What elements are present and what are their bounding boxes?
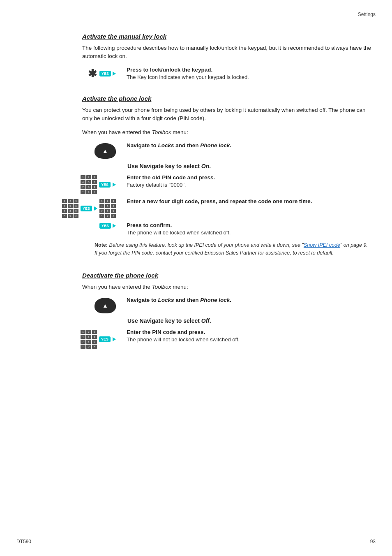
yes-arrow-icon [113, 72, 116, 76]
step-key-lock-sub: The Key icon indicates when your keypad … [127, 74, 249, 80]
key-yes-icon: ✱ YES [82, 67, 119, 80]
section-activate-phone-lock: Activate the phone lock You can protect … [82, 95, 371, 257]
note-link[interactable]: Show IPEI code [304, 242, 340, 248]
section-title-manual-key-lock: Activate the manual key lock [82, 33, 371, 40]
keypad-yes-icon: 123 456 789 *0# YES [82, 174, 119, 194]
step-enter-old-pin-text: Enter the old PIN code and press. Factor… [127, 174, 371, 188]
section-deactivate-phone-lock: Deactivate the phone lock When you have … [82, 272, 371, 349]
yes-arrow-pin-icon [113, 183, 116, 187]
section-intro2-deactivate: When you have entered the Toolbox menu: [82, 283, 371, 291]
step-navigate-on-bold: Use Navigate key to select On. [127, 163, 211, 169]
note-label: Note: [95, 242, 108, 248]
keypad-icon-new-right: 123 456 789 *0# [99, 199, 116, 218]
step-confirm: YES Press to confirm. The phone will be … [82, 222, 371, 236]
section-intro2-activate-phone-lock: When you have entered the Toolbox menu: [82, 128, 371, 137]
step-navigate-off: Use Navigate key to select Off. [127, 317, 371, 324]
nav-icon-deactivate-container [82, 297, 119, 313]
keypad-icon-single: 123 456 789 *0# [81, 175, 97, 194]
asterisk-icon: ✱ [88, 67, 97, 80]
yes-button-icon-new: YES [81, 206, 92, 211]
step-key-lock-bold: Press to lock/unlock the keypad. [127, 67, 371, 73]
page-header: Settings [358, 12, 376, 17]
yes-only-arrow-icon [113, 224, 116, 228]
keypad-yes-double-icon: 123 456 789 *0# YES 123 456 789 *0# [82, 198, 119, 218]
nav-phone-icon [95, 143, 116, 159]
yes-arrow-new-icon [94, 206, 97, 211]
step-confirm-text: Press to confirm. The phone will be lock… [127, 222, 371, 236]
section-intro-activate-phone-lock: You can protect your phone from being us… [82, 106, 371, 123]
step-deactivate-navigate-bold: Navigate to Locks and then Phone lock. [127, 297, 371, 303]
nav-icon-container [82, 142, 119, 159]
step-enter-pin-deactivate-bold: Enter the PIN code and press. [127, 329, 371, 335]
step-enter-pin-deactivate: 123 456 789 *0# YES Enter the PIN code a… [82, 329, 371, 349]
yes-button-deactivate-icon: YES [99, 336, 111, 342]
section-title-deactivate-phone-lock: Deactivate the phone lock [82, 272, 371, 279]
note-box: Note: Before using this feature, look up… [95, 241, 371, 257]
step-enter-old-pin: 123 456 789 *0# YES Enter the old PIN co… [82, 174, 371, 194]
yes-button-icon: YES [99, 71, 111, 76]
step-enter-new-pin-text: Enter a new four digit code, press, and … [127, 198, 371, 205]
section-intro-manual-key-lock: The following procedure describes how to… [82, 44, 371, 61]
step-navigate-locks: Navigate to Locks and then Phone lock. [82, 142, 371, 159]
yes-button-icon-pin: YES [99, 182, 111, 188]
yes-only-button-icon: YES [99, 223, 111, 229]
step-enter-pin-deactivate-sub: The phone will not be locked when switch… [127, 336, 240, 343]
yes-only-icon-container: YES [82, 222, 119, 229]
step-navigate-off-bold: Use Navigate key to select Off. [127, 317, 211, 324]
step-navigate-on: Use Navigate key to select On. [127, 163, 371, 169]
step-enter-old-pin-sub: Factory default is "0000". [127, 182, 186, 188]
step-key-lock-text: Press to lock/unlock the keypad. The Key… [127, 67, 371, 80]
step-navigate-bold: Navigate to Locks and then Phone lock. [127, 142, 371, 148]
page-footer-product: DT590 [16, 539, 31, 544]
section-manual-key-lock: Activate the manual key lock The followi… [82, 33, 371, 80]
step-enter-new-pin: 123 456 789 *0# YES 123 456 789 *0# [82, 198, 371, 218]
keypad-yes-deactivate-icon: 123 456 789 *0# YES [82, 329, 119, 349]
step-navigate-text: Navigate to Locks and then Phone lock. [127, 142, 371, 149]
yes-arrow-deactivate-icon [113, 337, 116, 341]
step-enter-pin-deactivate-text: Enter the PIN code and press. The phone … [127, 329, 371, 343]
note-text: Before using this feature, look up the I… [109, 242, 303, 248]
step-deactivate-navigate-text: Navigate to Locks and then Phone lock. [127, 297, 371, 304]
step-enter-old-pin-bold: Enter the old PIN code and press. [127, 174, 371, 181]
step-key-lock: ✱ YES Press to lock/unlock the keypad. T… [82, 67, 371, 80]
step-confirm-bold: Press to confirm. [127, 222, 371, 228]
nav-phone-icon-deactivate [95, 298, 116, 313]
page-number: 93 [370, 539, 376, 544]
step-confirm-sub: The phone will be locked when switched o… [127, 229, 231, 236]
keypad-icon-new-left: 123 456 789 *0# [62, 199, 78, 218]
step-deactivate-navigate: Navigate to Locks and then Phone lock. [82, 297, 371, 313]
step-enter-new-pin-bold: Enter a new four digit code, press, and … [127, 198, 371, 204]
keypad-icon-deactivate: 123 456 789 *0# [81, 330, 97, 349]
section-title-activate-phone-lock: Activate the phone lock [82, 95, 371, 102]
